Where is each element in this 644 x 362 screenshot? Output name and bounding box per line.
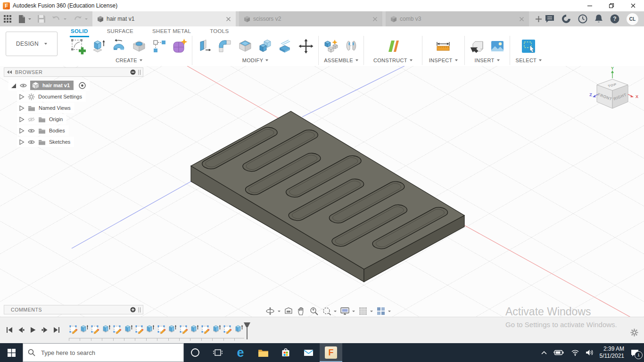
timeline-settings-button[interactable] xyxy=(630,329,638,338)
timeline-go-to-end-button[interactable] xyxy=(52,326,61,334)
timeline-extrude-feature[interactable] xyxy=(123,323,133,335)
notifications-bell-icon[interactable] xyxy=(594,14,603,24)
panel-resize-handle[interactable] xyxy=(138,307,141,313)
redo-button[interactable] xyxy=(73,16,88,23)
timeline-sketch-feature[interactable] xyxy=(90,323,100,335)
remove-panel-icon[interactable] xyxy=(130,69,136,75)
timeline-extrude-feature[interactable] xyxy=(189,323,199,335)
file-explorer-button[interactable] xyxy=(252,343,274,362)
measure-button[interactable] xyxy=(434,36,453,56)
timeline-extrude-feature[interactable] xyxy=(233,323,244,335)
timeline-step-back-button[interactable] xyxy=(17,326,26,334)
app-grid-menu-button[interactable] xyxy=(4,15,12,23)
split-body-button[interactable] xyxy=(276,36,295,56)
hole-button[interactable] xyxy=(130,36,149,56)
browser-row-root[interactable]: hair mat v1 xyxy=(8,80,90,90)
joint-button[interactable] xyxy=(342,36,361,56)
select-menu[interactable]: SELECT xyxy=(516,58,542,63)
press-pull-button[interactable] xyxy=(195,36,214,56)
feedback-comment-icon[interactable] xyxy=(545,15,554,23)
fillet-button[interactable] xyxy=(215,36,234,56)
battery-charging-icon[interactable] xyxy=(553,349,565,356)
browser-row-origin[interactable]: Origin xyxy=(17,114,66,124)
close-button[interactable] xyxy=(622,0,644,11)
timeline-go-to-start-button[interactable] xyxy=(5,326,14,334)
panel-resize-handle[interactable] xyxy=(138,70,141,75)
tree-collapsed-icon[interactable] xyxy=(19,139,25,145)
timeline-position-marker[interactable] xyxy=(243,322,251,342)
pan-button[interactable] xyxy=(296,306,307,316)
grid-display-button[interactable] xyxy=(357,306,374,316)
speaker-icon[interactable] xyxy=(586,349,594,356)
tree-expanded-icon[interactable] xyxy=(10,82,17,89)
model-hair-mat-body[interactable] xyxy=(191,111,464,282)
edge-button[interactable]: e xyxy=(229,343,252,362)
select-button[interactable] xyxy=(519,36,538,56)
look-at-button[interactable] xyxy=(283,306,294,316)
minimize-button[interactable] xyxy=(579,0,601,11)
file-menu-button[interactable] xyxy=(18,15,31,23)
action-center-button[interactable]: 1 xyxy=(630,349,639,357)
workspace-switcher[interactable]: DESIGN xyxy=(6,32,58,56)
tree-collapsed-icon[interactable] xyxy=(19,94,25,100)
insert-mesh-button[interactable] xyxy=(468,36,487,56)
add-comment-icon[interactable] xyxy=(130,307,136,313)
move-copy-button[interactable] xyxy=(297,36,315,56)
visibility-eye-icon[interactable] xyxy=(20,83,27,88)
job-status-clock-icon[interactable] xyxy=(578,14,587,24)
taskbar-clock[interactable]: 2:39 AM 5/11/2021 xyxy=(600,346,625,360)
microsoft-store-button[interactable] xyxy=(274,343,297,362)
viewports-button[interactable] xyxy=(375,306,392,316)
browser-selected-component[interactable]: hair mat v1 xyxy=(30,81,74,90)
document-tab-comb-v3[interactable]: comb v3 xyxy=(386,11,529,26)
collapse-panel-icon[interactable] xyxy=(7,70,12,74)
timeline-extrude-feature[interactable] xyxy=(211,323,222,335)
wifi-icon[interactable] xyxy=(571,349,579,356)
timeline-extrude-feature[interactable] xyxy=(145,323,156,335)
shell-button[interactable] xyxy=(236,36,255,56)
visibility-eye-icon[interactable] xyxy=(28,128,35,133)
browser-row-sketches[interactable]: Sketches xyxy=(17,137,74,147)
construction-plane-button[interactable] xyxy=(383,36,402,56)
tree-collapsed-icon[interactable] xyxy=(19,128,25,134)
zoom-button[interactable] xyxy=(308,306,320,316)
timeline-sketch-feature[interactable] xyxy=(222,323,232,335)
hidden-icons-chevron[interactable] xyxy=(541,350,547,355)
user-avatar[interactable]: CL xyxy=(627,13,638,25)
inspect-menu[interactable]: INSPECT xyxy=(429,58,458,63)
document-tab-hair-mat-v1[interactable]: hair mat v1 xyxy=(92,11,236,26)
view-cube[interactable]: Y TOP FRONT RIGHT Z X xyxy=(586,66,642,118)
modify-menu[interactable]: MODIFY xyxy=(242,58,269,63)
browser-row-named-views[interactable]: Named Views xyxy=(17,103,74,113)
new-document-button[interactable] xyxy=(532,13,545,25)
timeline-sketch-feature[interactable] xyxy=(178,323,189,335)
assemble-menu[interactable]: ASSEMBLE xyxy=(324,58,358,63)
viewport[interactable]: Y TOP FRONT RIGHT Z X BROWSER xyxy=(0,66,644,317)
extensions-icon[interactable] xyxy=(561,14,571,24)
timeline-play-button[interactable] xyxy=(28,326,38,334)
help-icon[interactable]: ? xyxy=(610,14,619,24)
cortana-button[interactable] xyxy=(184,343,206,362)
tree-collapsed-icon[interactable] xyxy=(19,116,25,123)
fit-button[interactable] xyxy=(321,306,338,316)
extrude-button[interactable] xyxy=(89,36,108,56)
tab-close-button[interactable] xyxy=(226,16,231,22)
visibility-eye-icon[interactable] xyxy=(28,140,35,145)
insert-menu[interactable]: INSERT xyxy=(475,58,500,63)
timeline-sketch-feature[interactable] xyxy=(68,323,78,335)
canvas-button[interactable] xyxy=(488,36,507,56)
revolve-button[interactable] xyxy=(109,36,128,56)
browser-panel-header[interactable]: BROWSER xyxy=(4,67,143,77)
mail-button[interactable] xyxy=(297,343,320,362)
start-button[interactable] xyxy=(0,343,23,362)
task-view-button[interactable] xyxy=(206,343,229,362)
timeline-extrude-feature[interactable] xyxy=(101,323,111,335)
construct-menu[interactable]: CONSTRUCT xyxy=(373,58,413,63)
tree-collapsed-icon[interactable] xyxy=(19,105,25,111)
comments-panel-header[interactable]: COMMENTS xyxy=(4,305,143,314)
restore-button[interactable] xyxy=(601,0,622,11)
combine-button[interactable] xyxy=(256,36,275,56)
create-menu[interactable]: CREATE xyxy=(116,58,142,63)
activate-component-radio[interactable] xyxy=(79,82,86,89)
browser-row-bodies[interactable]: Bodies xyxy=(17,125,69,136)
